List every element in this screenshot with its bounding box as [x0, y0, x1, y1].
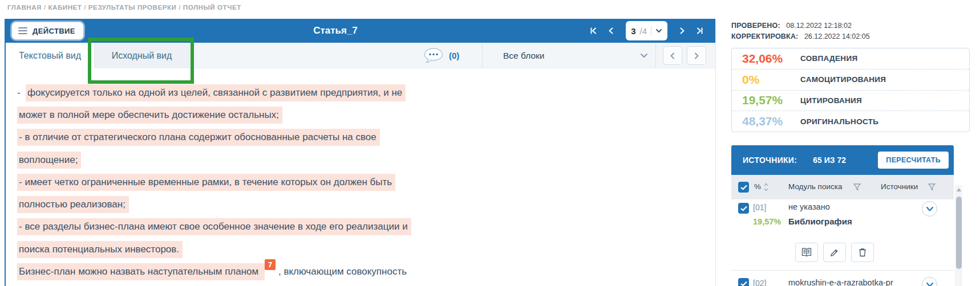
expand-source-button[interactable]: [922, 277, 937, 286]
highlighted-text[interactable]: поиска потенциальных инвесторов.: [17, 241, 183, 258]
chevron-left-icon: [606, 26, 615, 35]
correction-date-row: КОРРЕКТИРОВКА: 26.12.2022 14:02:05: [731, 32, 870, 40]
highlighted-text[interactable]: может в полной мере обеспечить достижени…: [17, 107, 282, 124]
check-icon: [740, 281, 747, 286]
percent-column-header: %: [754, 182, 761, 191]
sources-table-header: % Модуль поиска Источники: [731, 175, 954, 199]
document-line: - все разделы бизнес-плана имеют свое ос…: [17, 216, 715, 238]
highlighted-text[interactable]: - имеет четко ограниченные временные рам…: [17, 174, 395, 191]
prev-page-button[interactable]: [605, 24, 617, 37]
citations-label: ЦИТИРОВАНИЯ: [800, 96, 862, 105]
sources-column-header: Источники: [881, 182, 918, 191]
first-page-icon: [589, 26, 598, 35]
action-button[interactable]: ДЕЙСТВИЕ: [11, 22, 84, 40]
next-page-button[interactable]: [676, 24, 689, 37]
last-page-button[interactable]: [694, 24, 706, 37]
tab-text-view[interactable]: Текстовый вид: [6, 43, 94, 68]
report-stats-card: 32,06% СОВПАДЕНИЯ 0% САМОЦИТИРОВАНИЯ 19,…: [731, 48, 970, 132]
highlighted-text[interactable]: воплощение;: [17, 152, 81, 169]
divider: [482, 43, 483, 68]
chevron-down-icon: [925, 281, 934, 286]
chevron-down-icon: [925, 206, 934, 213]
sources-filter-icon[interactable]: [928, 183, 936, 193]
sources-scrollbar[interactable]: [955, 185, 962, 286]
breadcrumb-item[interactable]: РЕЗУЛЬТАТЫ ПРОВЕРКИ: [88, 4, 177, 11]
document-text: - фокусируется только на одной из целей,…: [6, 68, 715, 283]
stat-row-citations: 19,57% ЦИТИРОВАНИЯ: [732, 91, 969, 112]
document-line: воплощение;: [17, 149, 715, 171]
document-line: полностью реализован;: [17, 193, 715, 215]
highlighted-text[interactable]: фокусируется только на одной из целей, с…: [26, 84, 406, 101]
breadcrumb-separator: /: [42, 4, 48, 11]
plain-text: , включающим совокупность: [276, 266, 407, 277]
divider: [655, 43, 656, 68]
current-page: 3: [631, 26, 635, 36]
highlighted-text[interactable]: Бизнес-план можно назвать наступательным…: [17, 263, 265, 280]
select-all-checkbox[interactable]: [738, 182, 749, 193]
stat-row-matches: 32,06% СОВПАДЕНИЯ: [732, 48, 969, 70]
breadcrumb-item[interactable]: ПОЛНЫЙ ОТЧЕТ: [183, 4, 241, 11]
document-title: Статья_7: [84, 25, 587, 36]
view-tab-bar: Текстовый вид Исходный вид (0) Все блоки: [6, 43, 715, 68]
chevron-down-icon: [655, 28, 662, 33]
check-icon: [740, 206, 747, 211]
module-column-header: Модуль поиска: [788, 182, 842, 191]
document-line: может в полной мере обеспечить достижени…: [17, 104, 715, 126]
page-selector[interactable]: 3/4: [626, 21, 667, 40]
blocks-filter-dropdown[interactable]: Все блоки: [495, 43, 655, 68]
chevron-left-icon: [668, 51, 677, 60]
scroll-up-arrow-icon: [957, 188, 961, 191]
first-page-button[interactable]: [587, 24, 600, 37]
breadcrumb-item[interactable]: КАБИНЕТ: [48, 4, 82, 11]
matches-percent: 32,06%: [742, 52, 800, 66]
correction-value: 26.12.2022 14:02:05: [804, 32, 870, 40]
source-checkbox[interactable]: [738, 278, 749, 286]
source-id: [02]: [753, 279, 766, 286]
matches-label: СОВПАДЕНИЯ: [800, 54, 857, 63]
checked-value: 08.12.2022 12:18:02: [786, 22, 852, 30]
last-page-icon: [695, 26, 704, 35]
prev-block-button[interactable]: [663, 46, 682, 65]
citation-badge[interactable]: 7: [265, 259, 276, 270]
blocks-filter-label: Все блоки: [503, 51, 544, 61]
report-book-button[interactable]: [795, 243, 818, 262]
source-module: не указано: [788, 202, 830, 211]
source-percent: 19,57%: [753, 217, 781, 226]
source-row: [01] 19,57% не указано Библиография: [731, 199, 954, 270]
comments-button[interactable]: (0): [423, 43, 459, 68]
delete-source-button[interactable]: [851, 243, 874, 262]
plain-text: -: [17, 87, 26, 99]
sort-icon[interactable]: [763, 182, 769, 194]
action-button-label: ДЕЙСТВИЕ: [33, 27, 75, 35]
document-line: поиска потенциальных инвесторов.: [17, 238, 715, 260]
recalculate-button[interactable]: ПЕРЕСЧИТАТЬ: [878, 152, 949, 169]
expand-source-button[interactable]: [922, 201, 937, 216]
source-row: [02] mokrushin-e-a-razrabotka-pr: [731, 277, 954, 286]
divider: [651, 26, 651, 36]
checked-date-row: ПРОВЕРЕНО: 08.12.2022 12:18:02: [731, 22, 852, 30]
tab-source-view[interactable]: Исходный вид: [94, 43, 189, 68]
sources-panel-header: ИСТОЧНИКИ: 65 ИЗ 72 ПЕРЕСЧИТАТЬ: [731, 145, 954, 175]
check-icon: [740, 185, 747, 190]
highlighted-text[interactable]: - в отличие от стратегического плана сод…: [17, 129, 380, 146]
document-line: - в отличие от стратегического плана сод…: [17, 126, 715, 149]
highlighted-text[interactable]: полностью реализован;: [17, 196, 129, 213]
divider: [731, 270, 954, 271]
checked-label: ПРОВЕРЕНО:: [731, 22, 780, 30]
correction-label: КОРРЕКТИРОВКА:: [731, 32, 798, 40]
source-checkbox[interactable]: [738, 203, 749, 214]
report-sidebar: ПРОВЕРЕНО: 08.12.2022 12:18:02 КОРРЕКТИР…: [730, 0, 972, 286]
next-block-button[interactable]: [687, 46, 706, 65]
stat-row-originality: 48,37% ОРИГИНАЛЬНОСТЬ: [732, 111, 969, 132]
highlighted-text[interactable]: - все разделы бизнес-плана имеют свое ос…: [17, 218, 411, 235]
comments-count: (0): [449, 51, 459, 60]
source-name: Библиография: [788, 216, 852, 226]
edit-source-button[interactable]: [823, 243, 846, 262]
module-filter-icon[interactable]: [853, 183, 861, 193]
scrollbar-thumb[interactable]: [956, 197, 962, 269]
source-module: mokrushin-e-a-razrabotka-pr: [788, 278, 893, 286]
total-pages: /4: [639, 26, 647, 36]
breadcrumb-item[interactable]: ГЛАВНАЯ: [7, 4, 42, 11]
source-id: [01]: [753, 203, 766, 212]
report-header: ДЕЙСТВИЕ Статья_7 3/4: [6, 19, 715, 43]
